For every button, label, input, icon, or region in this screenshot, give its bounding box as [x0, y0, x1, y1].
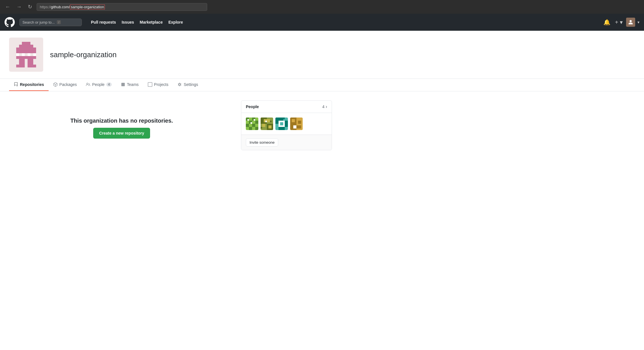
svg-rect-33 — [261, 127, 262, 129]
tab-projects[interactable]: Projects — [143, 79, 173, 91]
svg-rect-5 — [28, 53, 30, 56]
new-item-button[interactable]: + ▾ — [614, 18, 624, 27]
no-repos-message: This organization has no repositories. — [15, 118, 228, 124]
people-count-number: 4 — [322, 104, 325, 109]
svg-rect-48 — [293, 125, 296, 129]
svg-rect-28 — [267, 119, 270, 122]
svg-rect-21 — [248, 119, 249, 121]
svg-rect-47 — [296, 125, 301, 129]
main-content: This organization has no repositories. C… — [9, 100, 234, 153]
svg-rect-37 — [285, 121, 288, 127]
people-card-title: People — [246, 104, 259, 109]
people-card-header: People 4 › — [241, 101, 332, 113]
svg-rect-4 — [22, 53, 25, 56]
svg-rect-41 — [277, 125, 279, 127]
org-header: sample-organization — [0, 31, 644, 79]
svg-rect-40 — [280, 122, 283, 125]
user-avatar[interactable] — [626, 18, 635, 27]
people-count: 4 — [106, 83, 112, 87]
tab-packages[interactable]: Packages — [49, 79, 81, 91]
org-avatar — [9, 38, 43, 72]
people-card-count[interactable]: 4 › — [322, 104, 327, 109]
svg-rect-2 — [16, 48, 36, 53]
search-kbd: / — [57, 20, 61, 24]
svg-rect-42 — [283, 119, 285, 121]
github-header: Search or jump to... / Pull requests Iss… — [0, 14, 644, 31]
person-avatar-1[interactable] — [246, 118, 258, 130]
svg-rect-31 — [265, 121, 267, 122]
svg-rect-0 — [22, 42, 30, 45]
sidebar: People 4 › — [241, 100, 332, 153]
svg-rect-1 — [19, 45, 33, 48]
svg-rect-6 — [33, 53, 36, 56]
svg-rect-23 — [251, 122, 252, 124]
svg-rect-45 — [292, 119, 295, 122]
main-body: This organization has no repositories. C… — [0, 91, 341, 162]
people-chevron-icon: › — [326, 104, 327, 109]
tab-teams[interactable]: Teams — [116, 79, 143, 91]
github-logo[interactable] — [5, 17, 15, 27]
svg-rect-22 — [254, 119, 255, 121]
page-content: sample-organization Repositories Package… — [0, 31, 644, 350]
url-org: sample-organization — [70, 5, 105, 9]
avatar-caret[interactable]: ▾ — [637, 20, 639, 24]
svg-rect-46 — [298, 121, 301, 124]
nav-pull-requests[interactable]: Pull requests — [89, 18, 118, 26]
person-avatar-4[interactable] — [290, 118, 303, 130]
url-protocol: https:// — [40, 5, 51, 9]
tab-people[interactable]: People 4 — [81, 79, 116, 91]
tab-settings[interactable]: Settings — [173, 79, 203, 91]
search-box[interactable]: Search or jump to... / — [19, 18, 82, 26]
create-repo-button[interactable]: Create a new repository — [93, 128, 150, 139]
svg-rect-3 — [16, 53, 19, 56]
browser-chrome: ← → ↻ https://github.com/sample-organiza… — [0, 0, 644, 14]
svg-rect-38 — [279, 127, 285, 130]
address-bar[interactable]: https://github.com/sample-organization — [37, 3, 207, 11]
svg-rect-17 — [246, 124, 249, 127]
people-grid — [241, 113, 332, 135]
svg-rect-20 — [255, 127, 258, 130]
back-button[interactable]: ← — [3, 3, 12, 11]
person-avatar-3[interactable] — [275, 118, 288, 130]
svg-rect-16 — [255, 121, 258, 124]
forward-button[interactable]: → — [15, 3, 23, 11]
svg-rect-35 — [275, 118, 279, 124]
svg-rect-19 — [252, 124, 255, 127]
main-nav: Pull requests Issues Marketplace Explore — [89, 18, 185, 26]
svg-rect-7 — [16, 56, 36, 59]
nav-explore[interactable]: Explore — [166, 18, 185, 26]
url-domain: github.com/ — [51, 5, 70, 9]
search-placeholder: Search or jump to... — [22, 20, 55, 24]
svg-rect-8 — [19, 59, 25, 65]
svg-rect-30 — [269, 125, 272, 129]
people-card-footer: Invite someone — [241, 135, 332, 150]
org-tabs: Repositories Packages People 4 Teams Pro… — [0, 79, 644, 91]
nav-marketplace[interactable]: Marketplace — [138, 18, 165, 26]
people-card: People 4 › — [241, 100, 332, 150]
svg-rect-9 — [28, 59, 33, 65]
svg-rect-29 — [262, 124, 265, 127]
svg-rect-18 — [249, 127, 252, 130]
tab-repositories[interactable]: Repositories — [9, 79, 49, 91]
svg-rect-11 — [28, 65, 36, 67]
svg-rect-32 — [270, 121, 272, 122]
refresh-button[interactable]: ↻ — [26, 3, 34, 11]
person-avatar-2[interactable] — [261, 118, 273, 130]
header-right: 🔔 + ▾ ▾ — [602, 18, 639, 27]
svg-rect-10 — [16, 65, 25, 67]
nav-issues[interactable]: Issues — [119, 18, 136, 26]
org-name: sample-organization — [50, 50, 117, 59]
invite-someone-button[interactable]: Invite someone — [246, 138, 278, 147]
notifications-button[interactable]: 🔔 — [602, 18, 612, 27]
